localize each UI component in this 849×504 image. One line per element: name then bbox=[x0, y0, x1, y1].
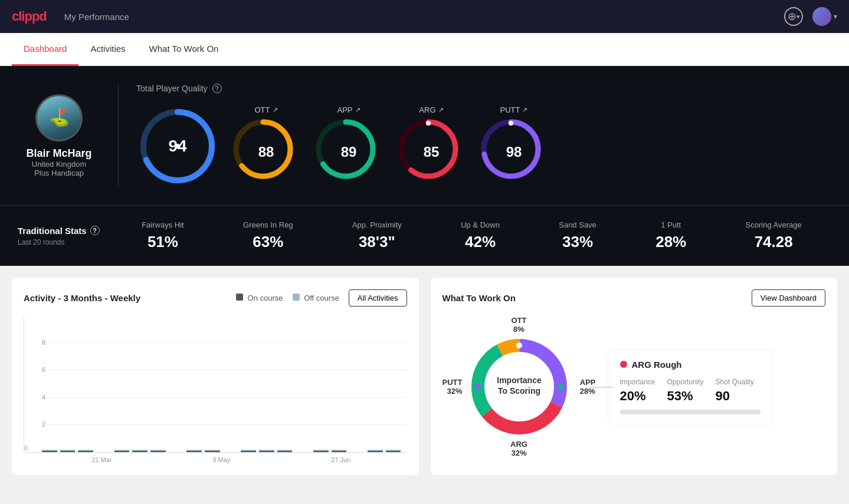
putt-value: 98 bbox=[506, 144, 522, 160]
hero-section: Blair McHarg United Kingdom Plus Handica… bbox=[0, 66, 849, 205]
user-menu[interactable]: ▾ bbox=[812, 7, 837, 26]
tab-dashboard[interactable]: Dashboard bbox=[12, 33, 78, 66]
avatar[interactable] bbox=[812, 7, 831, 26]
x-label-mar: 21 Mar bbox=[91, 456, 112, 463]
stat-greens-in-reg-label: Greens In Reg bbox=[243, 220, 293, 229]
bar-on-course-9 bbox=[205, 451, 220, 452]
bottom-section: Activity - 3 Months - Weekly On course O… bbox=[0, 266, 849, 487]
bar-chart: 2 4 6 8 0 21 Mar 9 May 27 Jun bbox=[24, 316, 407, 463]
svg-point-18 bbox=[516, 342, 522, 348]
plus-icon: ⊕ bbox=[788, 10, 796, 23]
add-dropdown-arrow: ▾ bbox=[796, 13, 800, 21]
svg-point-12 bbox=[509, 121, 513, 126]
work-on-title: What To Work On bbox=[442, 293, 516, 303]
arg-shot-quality-label: Shot Quality bbox=[716, 378, 754, 386]
tab-activities[interactable]: Activities bbox=[78, 33, 137, 66]
grid-line-6: 6 bbox=[42, 370, 407, 370]
app-header: clippd My Performance ⊕ ▾ ▾ bbox=[0, 0, 849, 33]
stat-scoring-average: Scoring Average 74.28 bbox=[746, 220, 802, 251]
stat-app-proximity-label: App. Proximity bbox=[352, 220, 402, 229]
arg-metrics: Importance 20% Opportunity 53% Shot Qual… bbox=[620, 378, 761, 404]
quality-header: Total Player Quality ? bbox=[136, 84, 831, 93]
stat-fairways-hit-label: Fairways Hit bbox=[142, 220, 184, 229]
stat-greens-in-reg-value: 63% bbox=[253, 233, 283, 251]
off-course-label: Off course bbox=[304, 294, 339, 302]
bar-on-course-13 bbox=[277, 451, 293, 452]
quality-title: Total Player Quality bbox=[136, 84, 208, 93]
quality-info-icon[interactable]: ? bbox=[212, 84, 222, 93]
app-value: 89 bbox=[341, 144, 357, 160]
view-dashboard-button[interactable]: View Dashboard bbox=[752, 289, 825, 307]
header-actions: ⊕ ▾ ▾ bbox=[784, 7, 837, 26]
bar-group-15 bbox=[313, 450, 329, 452]
bar-on-course-16 bbox=[332, 451, 347, 452]
stats-items: Fairways Hit 51% Greens In Reg 63% App. … bbox=[112, 220, 831, 251]
y-label-8: 8 bbox=[42, 339, 45, 346]
chart-legend: On course Off course bbox=[236, 294, 339, 302]
work-on-card: What To Work On View Dashboard OTT 8% AP… bbox=[431, 278, 838, 475]
arg-opportunity: Opportunity 53% bbox=[667, 378, 704, 404]
arg-shot-quality-value: 90 bbox=[716, 388, 754, 404]
ott-score: OTT ↗ 88 bbox=[231, 106, 301, 187]
add-button[interactable]: ⊕ ▾ bbox=[784, 7, 803, 26]
stat-up-and-down-label: Up & Down bbox=[461, 220, 500, 229]
chart-x-labels: 21 Mar 9 May 27 Jun bbox=[24, 453, 407, 463]
arg-score: ARG ↗ 85 bbox=[396, 106, 467, 187]
bar-group-13 bbox=[277, 450, 293, 452]
stat-scoring-average-value: 74.28 bbox=[755, 233, 793, 251]
bar-chart-inner: 2 4 6 8 0 bbox=[24, 316, 407, 453]
quality-bar-fill bbox=[620, 410, 746, 414]
bar-on-course-5 bbox=[132, 451, 147, 452]
bar-on-course-0 bbox=[42, 451, 57, 452]
bar-group-18 bbox=[368, 450, 383, 452]
ott-value: 88 bbox=[258, 144, 274, 160]
stat-1-putt-value: 28% bbox=[655, 233, 686, 251]
bar-group-9 bbox=[205, 450, 220, 452]
main-tabs: Dashboard Activities What To Work On bbox=[0, 33, 849, 66]
donut-chart-wrap: OTT 8% APP 28% ARG 32% PUTT 32% bbox=[442, 316, 596, 457]
arg-label: ARG ↗ bbox=[419, 106, 443, 114]
arg-rough-dot bbox=[620, 361, 627, 368]
bar-group-12 bbox=[259, 450, 274, 452]
avatar-image bbox=[812, 7, 831, 26]
stats-subtitle: Last 20 rounds bbox=[18, 238, 112, 246]
stat-1-putt: 1 Putt 28% bbox=[655, 220, 686, 251]
bar-group-1 bbox=[60, 450, 76, 452]
svg-text:To Scoring: To Scoring bbox=[497, 386, 540, 396]
y-label-6: 6 bbox=[42, 366, 45, 373]
player-name: Blair McHarg bbox=[26, 147, 91, 160]
arg-rough-title: ARG Rough bbox=[620, 360, 761, 370]
stat-fairways-hit: Fairways Hit 51% bbox=[142, 220, 184, 251]
bar-on-course-2 bbox=[78, 451, 93, 452]
app-score: APP ↗ 89 bbox=[313, 106, 384, 187]
svg-point-21 bbox=[475, 384, 481, 390]
stats-info-icon[interactable]: ? bbox=[90, 226, 100, 235]
grid-line-2: 2 bbox=[42, 424, 407, 425]
grid-line-8: 8 bbox=[42, 342, 407, 343]
stat-app-proximity: App. Proximity 38'3" bbox=[352, 220, 402, 251]
quality-scores: 94 OTT ↗ 88 AP bbox=[136, 105, 831, 187]
bar-on-course-1 bbox=[60, 451, 76, 452]
bar-on-course-6 bbox=[150, 451, 166, 452]
stat-greens-in-reg: Greens In Reg 63% bbox=[243, 220, 293, 251]
bar-group-11 bbox=[241, 450, 256, 452]
app-circle-container: 89 bbox=[313, 117, 384, 187]
tab-what-to-work-on[interactable]: What To Work On bbox=[137, 33, 231, 66]
stat-scoring-average-label: Scoring Average bbox=[746, 220, 802, 229]
off-course-legend: Off course bbox=[293, 294, 339, 302]
stat-app-proximity-value: 38'3" bbox=[359, 233, 395, 251]
stat-fairways-hit-value: 51% bbox=[147, 233, 178, 251]
ott-label: OTT ↗ bbox=[255, 106, 278, 114]
arg-shot-quality: Shot Quality 90 bbox=[716, 378, 754, 404]
all-activities-button[interactable]: All Activities bbox=[349, 289, 407, 307]
putt-arrow-icon: ↗ bbox=[522, 106, 527, 114]
putt-label: PUTT ↗ bbox=[500, 106, 528, 114]
arg-importance: Importance 20% bbox=[620, 378, 655, 404]
arg-rough-card: ARG Rough Importance 20% Opportunity 53%… bbox=[608, 350, 773, 424]
app-label: APP ↗ bbox=[337, 106, 360, 114]
player-handicap: Plus Handicap bbox=[34, 169, 84, 177]
quality-bar-track bbox=[620, 410, 761, 414]
stats-title: Traditional Stats ? bbox=[18, 226, 112, 236]
bar-group-2 bbox=[78, 450, 93, 452]
ott-arrow-icon: ↗ bbox=[273, 106, 278, 114]
